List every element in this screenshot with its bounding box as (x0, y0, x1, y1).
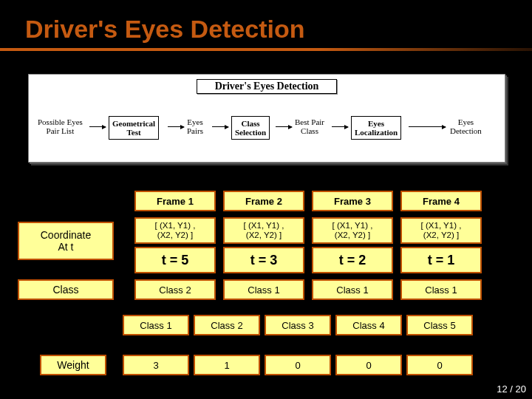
flow-diagram: Driver's Eyes Detection Possible Eyes Pa… (28, 74, 505, 163)
weight-value: 0 (335, 355, 402, 375)
weight-value: 0 (265, 355, 331, 375)
frame-header: Frame 3 (312, 191, 393, 211)
weight-class-header: Class 4 (335, 315, 402, 335)
slide-title: Driver's Eyes Detection (0, 0, 532, 44)
frame-header: Frame 2 (223, 191, 304, 211)
coord-cell: [ (X1, Y1) , (X2, Y2) ] (400, 217, 482, 244)
flow-row: Possible Eyes Pair List Geometrical Test… (29, 110, 505, 154)
t-cell: t = 1 (400, 247, 482, 273)
label-weight: Weight (40, 355, 106, 375)
arrow-icon (332, 126, 348, 127)
weight-class-header: Class 3 (265, 315, 331, 335)
step-best-pair: Best Pair Class (295, 117, 324, 135)
weight-class-header: Class 1 (123, 315, 189, 335)
label-class: Class (18, 279, 114, 300)
coord-cell: [ (X1, Y1) , (X2, Y2) ] (223, 217, 304, 244)
class-cell: Class 1 (223, 279, 304, 300)
t-cell: t = 3 (223, 247, 304, 273)
frame-header: Frame 4 (400, 191, 482, 211)
step-geometrical-test: Geometrical Test (109, 116, 159, 140)
step-class-selection: Class Selection (231, 116, 270, 140)
step-eyes-detection: Eyes Detection (450, 117, 482, 135)
t-cell: t = 5 (134, 247, 216, 273)
arrow-icon (89, 126, 106, 127)
coord-cell: [ (X1, Y1) , (X2, Y2) ] (134, 217, 216, 244)
diagram-title: Driver's Eyes Detection (197, 79, 338, 94)
arrow-icon (168, 126, 184, 127)
class-cell: Class 1 (400, 279, 482, 300)
t-cell: t = 2 (312, 247, 393, 273)
weight-class-header: Class 2 (194, 315, 260, 335)
class-cell: Class 1 (312, 279, 393, 300)
step-eyes-localization: Eyes Localization (351, 116, 401, 140)
weight-value: 1 (194, 355, 260, 375)
arrow-icon (409, 126, 446, 127)
weight-value: 3 (123, 355, 189, 375)
arrow-icon (212, 126, 228, 127)
frame-header: Frame 1 (134, 191, 216, 211)
step-eyes-pairs: Eyes Pairs (187, 117, 203, 135)
title-underline (0, 48, 532, 51)
label-coordinate: Coordinate At t (18, 222, 114, 260)
page-number: 12 / 20 (497, 383, 526, 395)
weight-class-header: Class 5 (406, 315, 473, 335)
coord-cell: [ (X1, Y1) , (X2, Y2) ] (312, 217, 393, 244)
step-possible-eyes: Possible Eyes Pair List (38, 117, 83, 135)
weight-value: 0 (406, 355, 473, 375)
class-cell: Class 2 (134, 279, 216, 300)
arrow-icon (276, 126, 292, 127)
